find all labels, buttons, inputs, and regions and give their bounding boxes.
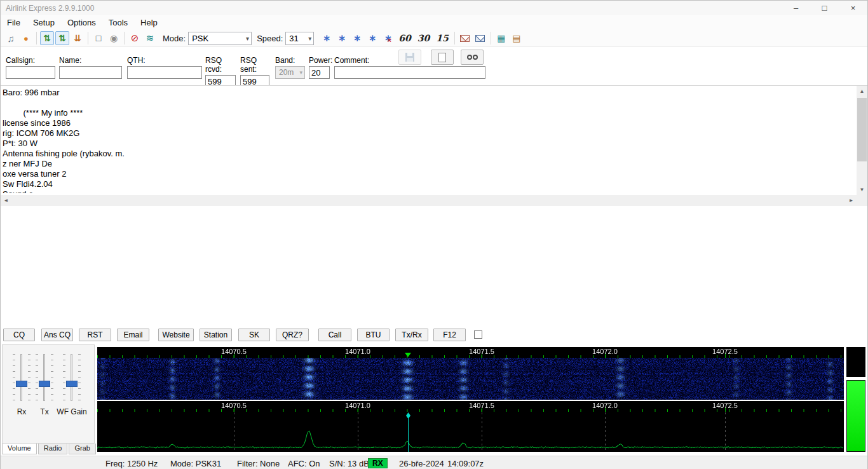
macro-website-button[interactable]: Website bbox=[158, 329, 194, 341]
stream-icon[interactable]: ≋ bbox=[143, 31, 157, 45]
rsid-icon-3[interactable]: ∗ bbox=[350, 31, 364, 45]
status-date: 26-bře-2024 bbox=[399, 459, 444, 468]
scroll-left-icon[interactable]: ◄ bbox=[1, 195, 11, 206]
macro-qrz-button[interactable]: QRZ? bbox=[276, 329, 309, 341]
mode-select[interactable]: PSK ▾ bbox=[188, 32, 252, 45]
macro-email-button[interactable]: Email bbox=[117, 329, 149, 341]
email-open-icon[interactable] bbox=[473, 31, 487, 45]
tab-volume[interactable]: Volume bbox=[2, 444, 37, 454]
callsign-field[interactable] bbox=[6, 66, 55, 79]
bottom-tabs: Volume Radio Grab bbox=[2, 444, 97, 454]
scroll-right-icon[interactable]: ► bbox=[846, 195, 857, 206]
toolbar-separator bbox=[88, 32, 88, 44]
speed-select[interactable]: 31 ▾ bbox=[285, 32, 314, 45]
chevron-down-icon: ▾ bbox=[299, 69, 302, 76]
rx-horizontal-scrollbar[interactable]: ◄ ► bbox=[1, 195, 857, 206]
tab-grab[interactable]: Grab bbox=[69, 444, 95, 454]
rx-channel-b-icon[interactable]: ⇅ bbox=[55, 31, 69, 45]
search-log-button[interactable] bbox=[461, 50, 484, 65]
rsid-icon-2[interactable]: ∗ bbox=[335, 31, 349, 45]
new-record-button[interactable] bbox=[431, 50, 454, 65]
monitor-icon[interactable]: □ bbox=[92, 31, 105, 45]
speed-value: 31 bbox=[289, 34, 298, 43]
band-select[interactable]: 20m ▾ bbox=[275, 66, 305, 79]
status-afc: AFC: On bbox=[288, 459, 320, 468]
scrollbar-corner bbox=[857, 195, 867, 206]
menu-file[interactable]: File bbox=[1, 17, 27, 29]
slider-thumb[interactable] bbox=[16, 381, 27, 387]
mode-label: Mode: bbox=[163, 34, 186, 43]
macro-cq-button[interactable]: CQ bbox=[3, 329, 35, 341]
status-snr: S/N: 13 dB bbox=[329, 459, 369, 468]
macro-f12-button[interactable]: F12 bbox=[433, 329, 466, 341]
scrollbar-thumb[interactable] bbox=[857, 98, 867, 161]
slider-thumb[interactable] bbox=[66, 381, 78, 387]
log-sheet-icon[interactable]: ▤ bbox=[510, 31, 524, 45]
qth-label: QTH: bbox=[127, 56, 202, 65]
rx-text: Baro: 996 mbar (**** My info **** licens… bbox=[3, 88, 855, 193]
comment-field[interactable] bbox=[334, 66, 485, 79]
scroll-up-icon[interactable]: ▲ bbox=[857, 86, 867, 97]
scroll-down-icon[interactable]: ▼ bbox=[857, 184, 867, 195]
logbook-grid-icon[interactable]: ▦ bbox=[494, 31, 508, 45]
macro-checkbox[interactable] bbox=[474, 330, 482, 339]
audio-notes-icon[interactable]: ♫ bbox=[4, 31, 18, 45]
macro-btu-button[interactable]: BTU bbox=[357, 329, 390, 341]
macro-station-button[interactable]: Station bbox=[200, 329, 232, 341]
rx-volume-slider[interactable]: Rx bbox=[10, 353, 33, 416]
volume-panel: Rx Tx WF Gain bbox=[2, 344, 95, 444]
speed-30-button[interactable]: 30 bbox=[417, 33, 430, 43]
waterfall-frequency-ruler bbox=[97, 347, 844, 358]
save-qso-button[interactable] bbox=[398, 50, 421, 65]
red-cross-icon: × bbox=[387, 36, 391, 44]
close-button[interactable]: × bbox=[839, 1, 867, 15]
macro-call-button[interactable]: Call bbox=[318, 329, 351, 341]
menu-setup[interactable]: Setup bbox=[27, 17, 61, 29]
menu-help[interactable]: Help bbox=[134, 17, 164, 29]
waterfall-display[interactable] bbox=[97, 358, 844, 400]
tab-radio[interactable]: Radio bbox=[38, 444, 68, 454]
slider-thumb[interactable] bbox=[39, 381, 50, 387]
menu-tools[interactable]: Tools bbox=[102, 17, 134, 29]
spectrum-display[interactable] bbox=[97, 412, 844, 452]
announce-icon[interactable]: ● bbox=[19, 31, 33, 45]
window-title: Airlink Express 2.9.9.1000 bbox=[6, 4, 94, 13]
stop-tx-icon[interactable]: ⊘ bbox=[128, 31, 142, 45]
rsid-off-icon[interactable]: ∗× bbox=[381, 31, 395, 45]
tx-window[interactable] bbox=[1, 206, 867, 327]
status-freq: Freq: 1250 Hz bbox=[105, 459, 158, 468]
email-send-icon[interactable] bbox=[458, 31, 472, 45]
wf-gain-slider[interactable]: WF Gain bbox=[56, 353, 88, 416]
chevron-down-icon: ▾ bbox=[246, 35, 249, 42]
toolbar-separator bbox=[454, 32, 455, 44]
macro-ans-cq-button[interactable]: Ans CQ bbox=[41, 329, 73, 341]
speed-60-button[interactable]: 60 bbox=[398, 33, 410, 43]
rsid-icon-1[interactable]: ∗ bbox=[320, 31, 334, 45]
minimize-button[interactable]: – bbox=[782, 1, 810, 15]
speed-label: Speed: bbox=[257, 34, 283, 43]
toolbar: ♫ ● ⇅ ⇅ ⇊ □ ◉ ⊘ ≋ Mode: PSK ▾ Speed: 31 … bbox=[1, 30, 867, 47]
record-icon[interactable]: ◉ bbox=[107, 31, 121, 45]
rx-slider-label: Rx bbox=[17, 407, 27, 416]
rx-window[interactable]: Baro: 996 mbar (**** My info **** licens… bbox=[1, 85, 867, 206]
name-field[interactable] bbox=[59, 66, 122, 79]
toolbar-separator bbox=[36, 32, 37, 44]
macro-sk-button[interactable]: SK bbox=[238, 329, 270, 341]
rx-channel-a-icon[interactable]: ⇅ bbox=[40, 31, 54, 45]
status-mode: Mode: PSK31 bbox=[170, 459, 221, 468]
macro-rst-button[interactable]: RST bbox=[79, 329, 111, 341]
tx-volume-slider[interactable]: Tx bbox=[33, 353, 56, 416]
menu-options[interactable]: Options bbox=[61, 17, 102, 29]
rsid-icon-4[interactable]: ∗ bbox=[365, 31, 379, 45]
rx-vertical-scrollbar[interactable]: ▲ ▼ bbox=[857, 86, 867, 195]
speed-15-button[interactable]: 15 bbox=[436, 33, 448, 43]
maximize-button[interactable]: □ bbox=[810, 1, 839, 15]
split-view-icon[interactable]: ⇊ bbox=[71, 31, 85, 45]
power-field[interactable] bbox=[309, 66, 330, 79]
save-disk-icon bbox=[405, 53, 414, 62]
qth-field[interactable] bbox=[127, 66, 202, 79]
macro-txrx-button[interactable]: Tx/Rx bbox=[395, 329, 428, 341]
window-controls: – □ × bbox=[782, 1, 867, 15]
document-icon bbox=[438, 53, 446, 62]
mode-value: PSK bbox=[192, 34, 208, 43]
